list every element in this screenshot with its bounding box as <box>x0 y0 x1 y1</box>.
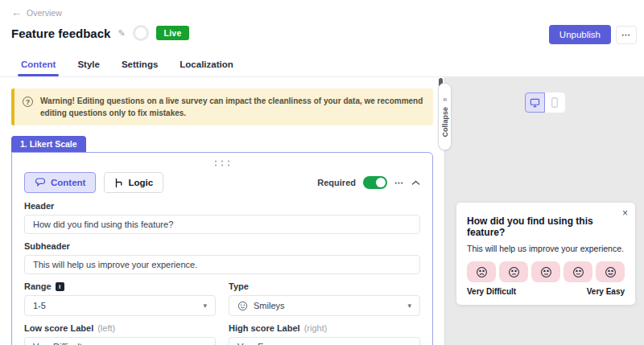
edit-title-icon[interactable]: ✎ <box>118 28 125 39</box>
preview-high-label: Very Easy <box>587 287 625 296</box>
header-field-label: Header <box>24 201 420 211</box>
range-field-label: Range i <box>24 281 216 291</box>
back-arrow-icon: ← <box>11 7 22 18</box>
preview-panel: ≡ Collapse × How did you find using this… <box>444 77 644 345</box>
low-score-field-label: Low score Label (left) <box>24 323 216 333</box>
editor-pane: ? Warning! Editing questions on a live s… <box>0 77 444 345</box>
range-value: 1-5 <box>33 301 46 310</box>
smiley-neutral-button[interactable] <box>531 261 560 282</box>
smiley-slight-smile-button[interactable] <box>564 261 592 282</box>
question-badge[interactable]: 1. Likert Scale <box>11 136 86 152</box>
required-label: Required <box>317 178 356 187</box>
smiley-frown-button[interactable] <box>467 261 496 282</box>
unpublish-button[interactable]: Unpublish <box>549 25 611 44</box>
tab-content[interactable]: Content <box>21 60 56 76</box>
grip-icon: ≡ <box>441 97 448 101</box>
back-link[interactable]: ← Overview <box>11 7 62 18</box>
header-more-button[interactable]: ⋯ <box>616 26 637 44</box>
desktop-preview-button[interactable] <box>525 92 545 113</box>
smiley-slight-frown-button[interactable] <box>499 261 528 282</box>
tab-localization[interactable]: Localization <box>180 60 233 76</box>
content-tab-button[interactable]: Content <box>24 172 96 193</box>
type-value: Smileys <box>254 301 285 310</box>
question-more-button[interactable]: ⋯ <box>394 178 404 188</box>
logic-tab-label: Logic <box>128 178 153 187</box>
caret-down-icon: ▾ <box>203 302 207 310</box>
caret-down-icon: ▾ <box>407 302 411 310</box>
smiley-icon <box>237 301 248 311</box>
collapse-panel-button[interactable]: ≡ Collapse <box>438 83 452 150</box>
smiley-scale <box>467 261 625 282</box>
status-badge: Live <box>156 26 190 40</box>
smiley-smile-button[interactable] <box>596 261 625 282</box>
close-icon[interactable]: × <box>622 208 628 218</box>
required-toggle[interactable] <box>363 176 387 189</box>
survey-color-ring[interactable] <box>133 25 149 41</box>
mobile-preview-button[interactable] <box>545 92 565 113</box>
type-select[interactable]: Smileys ▾ <box>229 295 420 316</box>
preview-question-title: How did you find using this feature? <box>467 216 625 238</box>
back-label: Overview <box>27 8 62 18</box>
collapse-label: Collapse <box>441 107 449 138</box>
preview-low-label: Very Difficult <box>467 287 516 296</box>
survey-preview-card: × How did you find using this feature? T… <box>456 203 635 305</box>
chat-bubble-icon <box>35 178 46 187</box>
tab-bar: Content Style Settings Localization <box>21 60 233 76</box>
header-input[interactable] <box>24 215 420 234</box>
page-title: Feature feedback <box>11 27 110 40</box>
subheader-input[interactable] <box>24 255 420 274</box>
high-score-field-label: High score Label (right) <box>229 323 420 333</box>
drag-handle-icon[interactable] <box>24 158 420 170</box>
subheader-field-label: Subheader <box>24 241 420 251</box>
low-score-input[interactable] <box>24 337 216 345</box>
preview-question-subtitle: This will help us improve your experienc… <box>467 244 625 253</box>
tab-settings[interactable]: Settings <box>122 60 158 76</box>
branch-icon <box>114 178 123 188</box>
type-field-label: Type <box>229 281 420 291</box>
chevron-up-icon[interactable] <box>411 180 420 186</box>
logic-tab-button[interactable]: Logic <box>104 172 163 193</box>
range-select[interactable]: 1-5 ▾ <box>24 295 216 316</box>
high-score-input[interactable] <box>229 337 420 345</box>
device-toggle <box>525 92 565 113</box>
warning-banner: ? Warning! Editing questions on a live s… <box>11 88 433 125</box>
warning-text: Warning! Editing questions on a live sur… <box>40 95 425 119</box>
content-tab-label: Content <box>51 178 85 187</box>
info-icon[interactable]: i <box>56 282 64 291</box>
app-header: ← Overview Feature feedback ✎ Live Unpub… <box>0 0 644 76</box>
question-circle-icon: ? <box>23 97 33 107</box>
tab-style[interactable]: Style <box>77 60 100 76</box>
question-card: Content Logic Required ⋯ <box>11 152 433 345</box>
